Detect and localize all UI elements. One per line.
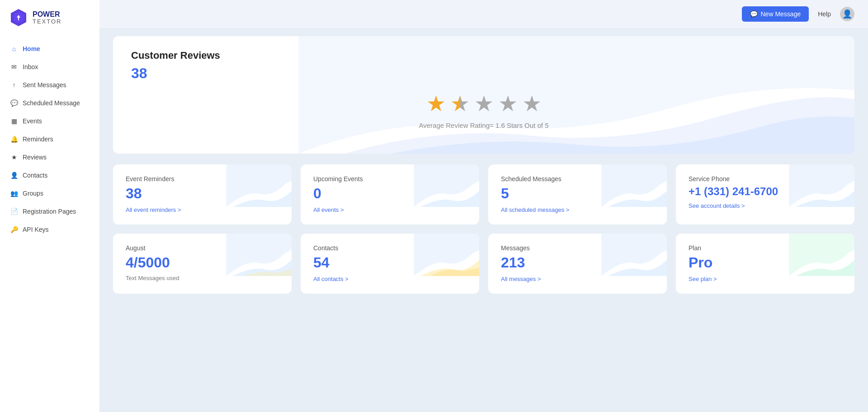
api-keys-icon: 🔑 [10,225,18,234]
august-value: 4/5000 [126,254,279,271]
service-phone-label: Service Phone [689,175,842,183]
reminders-icon: 🔔 [10,135,18,143]
logo: POWER TEXTOR [0,0,99,35]
august-sublabel: Text Messages used [126,275,279,281]
sidebar-item-contacts-label: Contacts [23,172,47,179]
sidebar-item-scheduled-label: Scheduled Message [23,99,80,107]
logo-power-text: POWER [33,10,62,19]
new-message-button[interactable]: 💬 New Message [742,6,809,22]
sidebar-item-home-label: Home [23,45,40,52]
contacts-link[interactable]: All contacts > [313,276,349,282]
registration-icon: 📄 [10,207,18,215]
sidebar-item-reminders-label: Reminders [23,136,53,143]
star-4: ★ [498,91,518,116]
sidebar-item-inbox-label: Inbox [23,63,38,70]
star-2: ★ [450,91,470,116]
scheduled-icon: 💬 [10,99,18,107]
logo-text: POWER TEXTOR [33,10,62,25]
star-5: ★ [522,91,542,116]
event-reminders-value: 38 [126,185,279,202]
august-messages-card: August 4/5000 Text Messages used [113,234,292,294]
sent-icon: ↑ [10,81,18,89]
main-content: Customer Reviews 38 ★ ★ ★ ★ ★ Average Re… [99,0,868,412]
scheduled-messages-label: Scheduled Messages [501,175,654,183]
user-account-button[interactable]: 👤 [840,7,854,21]
event-reminders-card: Event Reminders 38 All event reminders > [113,164,292,225]
event-reminders-label: Event Reminders [126,175,279,183]
message-bubble-icon: 💬 [750,10,758,18]
sidebar: POWER TEXTOR ⌂ Home ✉ Inbox ↑ Sent Messa… [0,0,99,412]
sidebar-item-registration-pages[interactable]: 📄 Registration Pages [0,202,99,220]
upcoming-events-link[interactable]: All events > [313,206,344,213]
stars-row: ★ ★ ★ ★ ★ [131,91,836,116]
upcoming-events-value: 0 [313,185,467,202]
star-3: ★ [474,91,494,116]
event-reminders-link[interactable]: All event reminders > [126,206,181,213]
plan-link[interactable]: See plan > [689,276,717,282]
messages-label: Messages [501,244,654,252]
sidebar-item-contacts[interactable]: 👤 Contacts [0,166,99,184]
sidebar-item-reviews[interactable]: ★ Reviews [0,148,99,166]
reviews-card-count: 38 [131,65,836,82]
user-icon: 👤 [842,9,852,19]
messages-card: Messages 213 All messages > [488,234,667,294]
topbar: 💬 New Message Help 👤 [99,0,868,28]
scheduled-messages-value: 5 [501,185,654,202]
sidebar-item-sent-label: Sent Messages [23,81,66,89]
sidebar-item-api-label: API Keys [23,226,49,233]
plan-card: Plan Pro See plan > [676,234,854,294]
contacts-label: Contacts [313,244,467,252]
sidebar-item-reminders[interactable]: 🔔 Reminders [0,130,99,148]
star-1: ★ [426,91,446,116]
customer-reviews-card: Customer Reviews 38 ★ ★ ★ ★ ★ Average Re… [113,36,854,154]
upcoming-events-card: Upcoming Events 0 All events > [301,164,479,225]
august-label: August [126,244,279,252]
logo-icon [9,8,28,27]
sidebar-nav: ⌂ Home ✉ Inbox ↑ Sent Messages 💬 Schedul… [0,40,99,239]
inbox-icon: ✉ [10,63,18,71]
sidebar-item-inbox[interactable]: ✉ Inbox [0,58,99,76]
scheduled-messages-link[interactable]: All scheduled messages > [501,206,569,213]
stats-row-2: August 4/5000 Text Messages used Contact… [113,234,854,294]
contacts-card: Contacts 54 All contacts > [301,234,479,294]
sidebar-item-reviews-label: Reviews [23,154,47,161]
messages-value: 213 [501,254,654,271]
sidebar-item-scheduled-message[interactable]: 💬 Scheduled Message [0,94,99,112]
stats-row-1: Event Reminders 38 All event reminders >… [113,164,854,225]
upcoming-events-label: Upcoming Events [313,175,467,183]
plan-label: Plan [689,244,842,252]
logo-textor-text: TEXTOR [33,19,62,25]
sidebar-item-home[interactable]: ⌂ Home [0,40,99,58]
rating-text: Average Review Rating= 1.6 Stars Out of … [131,122,836,129]
service-phone-card: Service Phone +1 (331) 241-6700 See acco… [676,164,854,225]
messages-link[interactable]: All messages > [501,276,541,282]
service-phone-link[interactable]: See account details > [689,202,745,209]
reviews-card-title: Customer Reviews [131,50,836,61]
sidebar-item-groups-label: Groups [23,190,43,197]
service-phone-value: +1 (331) 241-6700 [689,185,842,198]
scheduled-messages-card: Scheduled Messages 5 All scheduled messa… [488,164,667,225]
sidebar-item-events[interactable]: ▦ Events [0,112,99,130]
home-icon: ⌂ [10,45,18,53]
new-message-label: New Message [761,10,801,18]
events-icon: ▦ [10,117,18,125]
sidebar-item-sent-messages[interactable]: ↑ Sent Messages [0,76,99,94]
help-link[interactable]: Help [818,10,831,18]
sidebar-item-events-label: Events [23,117,42,125]
sidebar-item-registration-label: Registration Pages [23,208,76,215]
contacts-icon: 👤 [10,171,18,179]
plan-value: Pro [689,254,842,271]
sidebar-item-groups[interactable]: 👥 Groups [0,184,99,202]
contacts-value: 54 [313,254,467,271]
sidebar-item-api-keys[interactable]: 🔑 API Keys [0,220,99,239]
groups-icon: 👥 [10,189,18,197]
reviews-icon: ★ [10,153,18,161]
